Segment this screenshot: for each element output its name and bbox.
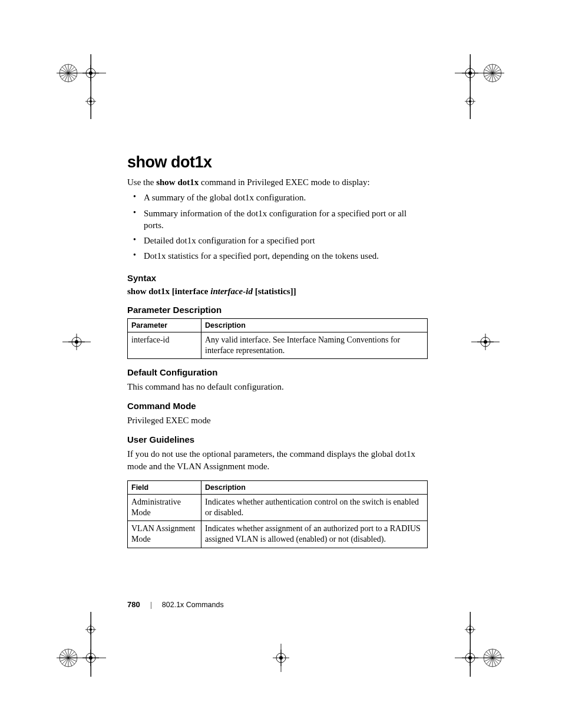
- syntax-cmd: show dot1x: [127, 286, 172, 296]
- intro-bold: show dot1x: [156, 177, 199, 187]
- syntax-line: show dot1x [interface interface-id [stat…: [127, 286, 428, 297]
- td-desc: Any valid interface. See Interface Namin…: [201, 332, 428, 358]
- bullet-item: A summary of the global dot1x configurat…: [144, 192, 428, 203]
- td-desc: Indicates whether authentication control…: [201, 494, 428, 521]
- syntax-opt1: [interface: [172, 286, 210, 296]
- field-table: Field Description Administrative Mode In…: [127, 480, 428, 548]
- defaultcfg-text: This command has no default configuratio…: [127, 381, 428, 393]
- footer-divider: |: [150, 600, 152, 609]
- cropline-tl-v: [91, 54, 91, 119]
- regmark-bottom-left: [57, 612, 106, 677]
- page-title: show dot1x: [127, 153, 428, 172]
- intro-suffix: command in Privileged EXEC mode to displ…: [199, 177, 369, 187]
- cropline-bl-v: [91, 612, 91, 677]
- defaultcfg-heading: Default Configuration: [127, 367, 428, 377]
- table-row: interface-id Any valid interface. See In…: [128, 332, 428, 358]
- table-row: Administrative Mode Indicates whether au…: [128, 494, 428, 521]
- param-table: Parameter Description interface-id Any v…: [127, 318, 428, 359]
- td-field: Administrative Mode: [128, 494, 201, 521]
- regmark-bottom-right: [455, 612, 504, 677]
- bullet-item: Summary information of the dot1x configu…: [144, 207, 428, 232]
- regmark-mid-right: [471, 328, 500, 356]
- td-field: VLAN Assignment Mode: [128, 521, 201, 548]
- page-number: 780: [127, 600, 140, 609]
- page-footer: 780 | 802.1x Commands: [127, 600, 224, 610]
- cropline-tr-v: [470, 54, 471, 119]
- syntax-arg: interface-id: [210, 286, 253, 296]
- th-description: Description: [201, 480, 428, 494]
- intro-text: Use the show dot1x command in Privileged…: [127, 176, 428, 188]
- td-param: interface-id: [128, 332, 201, 358]
- paramdesc-heading: Parameter Description: [127, 305, 428, 315]
- userguide-text: If you do not use the optional parameter…: [127, 448, 428, 472]
- cmdmode-text: Privileged EXEC mode: [127, 414, 428, 426]
- cmdmode-heading: Command Mode: [127, 401, 428, 411]
- bullet-item: Dot1x statistics for a specified port, d…: [144, 250, 428, 262]
- regmark-mid-left: [62, 328, 91, 356]
- syntax-opt2: [statistics]]: [253, 286, 296, 296]
- td-desc: Indicates whether assignment of an autho…: [201, 521, 428, 548]
- userguide-heading: User Guidelines: [127, 434, 428, 444]
- syntax-heading: Syntax: [127, 273, 428, 283]
- regmark-top-right: [455, 54, 504, 119]
- cropline-br-v: [470, 612, 471, 677]
- section-name: 802.1x Commands: [162, 601, 224, 609]
- bullet-item: Detailed dot1x configuration for a speci…: [144, 235, 428, 246]
- page-content: show dot1x Use the show dot1x command in…: [127, 153, 428, 554]
- th-parameter: Parameter: [128, 318, 201, 332]
- bullet-list: A summary of the global dot1x configurat…: [127, 192, 428, 262]
- regmark-bottom-center: [267, 644, 295, 672]
- th-description: Description: [201, 318, 428, 332]
- th-field: Field: [128, 480, 201, 494]
- table-row: VLAN Assignment Mode Indicates whether a…: [128, 521, 428, 548]
- intro-prefix: Use the: [127, 177, 156, 187]
- regmark-top-left: [57, 54, 106, 119]
